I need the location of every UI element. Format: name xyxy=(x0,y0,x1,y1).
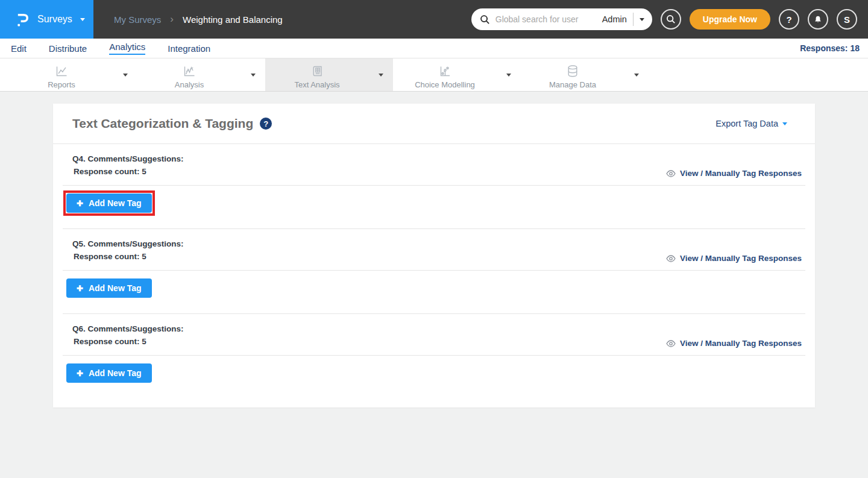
chevron-down-icon xyxy=(634,74,639,77)
tab-integration[interactable]: Integration xyxy=(168,43,210,54)
chevron-down-icon xyxy=(123,74,128,77)
chevron-down-icon xyxy=(782,122,787,125)
add-new-tag-button[interactable]: ✚ Add New Tag xyxy=(66,193,152,213)
plus-icon: ✚ xyxy=(77,285,83,292)
search-scope-value: Admin xyxy=(602,14,627,24)
toolbar-group-analysis: Analysis xyxy=(137,58,265,91)
toolbar-tab-label: Analysis xyxy=(175,80,204,89)
user-avatar[interactable]: S xyxy=(837,9,857,30)
view-manually-tag-link[interactable]: View / Manually Tag Responses xyxy=(666,254,802,263)
card-header: Text Categorization & Tagging ? Export T… xyxy=(53,104,815,144)
global-search-box: Admin xyxy=(471,8,652,30)
search-button[interactable] xyxy=(661,9,681,30)
page-title-text: Text Categorization & Tagging xyxy=(72,116,253,131)
help-button[interactable]: ? xyxy=(779,9,799,30)
tag-button-row: ✚ Add New Tag xyxy=(63,271,805,306)
chevron-down-icon xyxy=(379,74,383,77)
tag-button-wrap: ✚ Add New Tag xyxy=(63,360,155,386)
add-new-tag-label: Add New Tag xyxy=(89,283,142,293)
question-info: Q6. Comments/Suggestions: Response count… xyxy=(72,322,184,348)
database-icon xyxy=(565,64,580,78)
view-link-label: View / Manually Tag Responses xyxy=(680,169,802,178)
tag-button-wrap: ✚ Add New Tag xyxy=(63,275,155,301)
eye-icon xyxy=(666,170,676,177)
toolbar-tab-text-analysis-dropdown[interactable] xyxy=(369,58,393,91)
breadcrumb-parent-link[interactable]: My Surveys xyxy=(114,14,161,25)
page-title: Text Categorization & Tagging ? xyxy=(72,116,272,131)
question-label: Q4. Comments/Suggestions: xyxy=(72,153,184,165)
topbar-actions: Admin Upgrade Now ? S xyxy=(471,8,868,30)
proprofs-logo-icon xyxy=(14,11,31,28)
divider xyxy=(633,13,634,26)
toolbar-tab-label: Choice Modelling xyxy=(415,80,475,89)
response-count: Response count: 5 xyxy=(72,250,184,263)
eye-icon xyxy=(666,340,676,347)
plus-icon: ✚ xyxy=(77,200,83,207)
top-bar: Surveys My Surveys › Weighting and Balan… xyxy=(0,0,868,39)
search-icon xyxy=(666,14,676,24)
toolbar-group-choice-modelling: Choice Modelling xyxy=(393,58,521,91)
annotation-highlight-box: ✚ Add New Tag xyxy=(63,190,155,216)
toolbar-tab-manage-data-dropdown[interactable] xyxy=(624,58,649,91)
line-chart-icon xyxy=(54,64,69,78)
search-scope-dropdown[interactable]: Admin xyxy=(602,13,644,26)
tag-button-row: ✚ Add New Tag xyxy=(63,186,805,221)
toolbar-tab-label: Text Analysis xyxy=(294,80,339,89)
question-label: Q5. Comments/Suggestions: xyxy=(72,237,184,250)
toolbar-group-reports: Reports xyxy=(10,58,137,91)
export-tag-data-dropdown[interactable]: Export Tag Data xyxy=(715,119,787,128)
breadcrumb-separator: › xyxy=(170,13,174,25)
toolbar-tab-label: Manage Data xyxy=(549,80,596,89)
response-count: Response count: 5 xyxy=(72,335,184,348)
toolbar-tab-manage-data[interactable]: Manage Data xyxy=(521,58,624,91)
scatter-chart-icon xyxy=(438,64,452,78)
question-section-q6: Q6. Comments/Suggestions: Response count… xyxy=(53,314,815,407)
bell-icon xyxy=(813,14,823,25)
search-icon xyxy=(480,14,490,25)
responses-count: Responses: 18 xyxy=(800,43,860,53)
survey-nav: Edit Distribute Analytics Integration Re… xyxy=(0,39,868,58)
question-label: Q6. Comments/Suggestions: xyxy=(72,322,184,335)
main-content: Text Categorization & Tagging ? Export T… xyxy=(0,92,868,407)
tab-edit[interactable]: Edit xyxy=(11,43,27,54)
toolbar-tab-analysis-dropdown[interactable] xyxy=(241,58,265,91)
add-new-tag-button[interactable]: ✚ Add New Tag xyxy=(66,363,152,383)
response-count: Response count: 5 xyxy=(72,165,184,178)
multi-line-chart-icon xyxy=(182,64,197,78)
view-link-label: View / Manually Tag Responses xyxy=(680,254,802,263)
surveys-product-menu[interactable]: Surveys xyxy=(0,0,93,39)
add-new-tag-button[interactable]: ✚ Add New Tag xyxy=(66,278,152,298)
breadcrumb-current: Weighting and Balancing xyxy=(183,14,283,25)
section-header: Q6. Comments/Suggestions: Response count… xyxy=(63,322,805,348)
tab-analytics[interactable]: Analytics xyxy=(109,42,145,55)
question-info: Q5. Comments/Suggestions: Response count… xyxy=(72,237,184,263)
notifications-button[interactable] xyxy=(808,9,828,30)
tab-distribute[interactable]: Distribute xyxy=(49,43,87,54)
view-manually-tag-link[interactable]: View / Manually Tag Responses xyxy=(666,169,802,178)
toolbar-tab-label: Reports xyxy=(48,80,75,89)
global-search-input[interactable] xyxy=(495,14,597,24)
toolbar-tab-reports[interactable]: Reports xyxy=(10,58,113,91)
question-section-q4: Q4. Comments/Suggestions: Response count… xyxy=(53,144,815,229)
tag-button-row: ✚ Add New Tag xyxy=(63,356,805,407)
toolbar-tab-text-analysis[interactable]: Text Analysis xyxy=(265,58,369,91)
avatar-initial: S xyxy=(844,14,850,25)
view-link-label: View / Manually Tag Responses xyxy=(680,339,802,348)
toolbar-tab-choice-modelling[interactable]: Choice Modelling xyxy=(393,58,497,91)
help-icon[interactable]: ? xyxy=(260,118,272,130)
toolbar-tab-choice-modelling-dropdown[interactable] xyxy=(497,58,521,91)
chevron-down-icon xyxy=(640,18,644,21)
toolbar-tab-reports-dropdown[interactable] xyxy=(113,58,137,91)
chevron-down-icon xyxy=(251,74,256,77)
view-manually-tag-link[interactable]: View / Manually Tag Responses xyxy=(666,339,802,348)
upgrade-now-button[interactable]: Upgrade Now xyxy=(690,9,770,30)
plus-icon: ✚ xyxy=(77,370,83,377)
breadcrumb: My Surveys › Weighting and Balancing xyxy=(114,13,283,25)
question-mark-icon: ? xyxy=(786,14,791,25)
section-header: Q5. Comments/Suggestions: Response count… xyxy=(63,237,805,263)
document-grid-icon xyxy=(310,64,324,78)
eye-icon xyxy=(666,255,676,262)
analytics-toolbar: Reports Analysis Text Analysis xyxy=(0,58,868,92)
toolbar-group-text-analysis: Text Analysis xyxy=(265,58,393,91)
toolbar-tab-analysis[interactable]: Analysis xyxy=(137,58,241,91)
